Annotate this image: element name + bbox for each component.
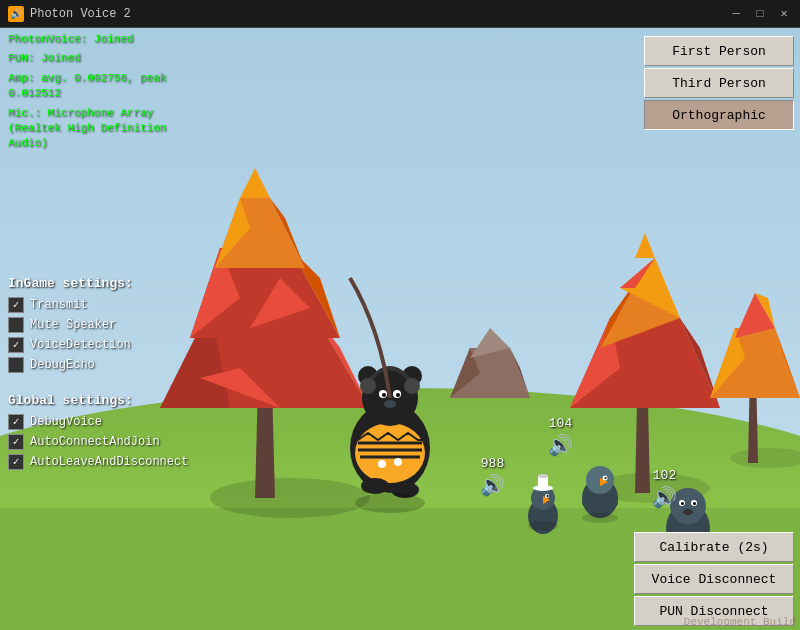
maximize-button[interactable]: □ — [752, 6, 768, 22]
audio-icon-104: 🔊 — [548, 433, 573, 458]
auto-leave-checkbox[interactable]: ✓ — [8, 454, 24, 470]
audio-indicator-988: 988 🔊 — [480, 456, 505, 498]
close-button[interactable]: ✕ — [776, 6, 792, 22]
voice-disconnect-button[interactable]: Voice Disconnect — [634, 564, 794, 594]
svg-point-53 — [361, 478, 389, 494]
svg-point-71 — [602, 498, 618, 508]
svg-point-52 — [404, 378, 420, 394]
svg-point-72 — [355, 493, 425, 513]
debug-voice-checkbox[interactable]: ✓ — [8, 414, 24, 430]
audio-number-102: 102 — [653, 468, 676, 483]
debug-voice-row: ✓ DebugVoice — [8, 414, 192, 430]
auto-connect-row: ✓ AutoConnectAndJoin — [8, 434, 192, 450]
svg-point-74 — [582, 513, 618, 523]
svg-point-69 — [605, 477, 607, 479]
minimize-button[interactable]: ─ — [728, 6, 744, 22]
audio-indicator-104: 104 🔊 — [548, 416, 573, 458]
app-icon: 🔊 — [8, 6, 24, 22]
status-line2: PUN: Joined — [8, 51, 192, 66]
status-line4: Mic.: Microphone Array (Realtek High Def… — [8, 106, 192, 152]
svg-point-61 — [547, 495, 549, 497]
audio-icon-102: 🔊 — [652, 485, 677, 510]
svg-point-42 — [355, 423, 425, 483]
mute-speaker-label: Mute Speaker — [30, 318, 116, 332]
mute-speaker-checkbox[interactable] — [8, 317, 24, 333]
window-title: Photon Voice 2 — [30, 7, 728, 21]
svg-point-48 — [382, 393, 386, 397]
svg-point-82 — [683, 509, 693, 515]
status-line3: Amp: avg. 0.002756, peak 0.012512 — [8, 71, 192, 102]
svg-point-81 — [693, 502, 696, 505]
svg-point-49 — [396, 393, 400, 397]
auto-connect-checkbox[interactable]: ✓ — [8, 434, 24, 450]
svg-point-50 — [384, 400, 396, 408]
third-person-button[interactable]: Third Person — [644, 68, 794, 98]
dev-build-label: Development Build — [680, 614, 800, 630]
orthographic-button[interactable]: Orthographic — [644, 100, 794, 130]
status-line1: PhotonVoice: Joined — [8, 32, 192, 47]
svg-point-79 — [681, 502, 684, 505]
voice-detection-row: ✓ VoiceDetection — [8, 337, 192, 353]
transmit-row: ✓ Transmit — [8, 297, 192, 313]
debug-voice-label: DebugVoice — [30, 415, 102, 429]
auto-leave-label: AutoLeaveAndDisconnect — [30, 455, 160, 469]
svg-point-51 — [360, 378, 376, 394]
svg-point-70 — [582, 498, 598, 508]
global-settings-label: Global settings: — [8, 393, 192, 408]
debug-echo-label: DebugEcho — [30, 358, 95, 372]
in-game-settings-label: InGame settings: — [8, 276, 192, 291]
auto-leave-row: ✓ AutoLeaveAndDisconnect — [8, 454, 192, 470]
audio-number-988: 988 — [481, 456, 504, 471]
svg-point-55 — [378, 460, 386, 468]
view-buttons-panel: First Person Third Person Orthographic — [644, 28, 800, 130]
window-controls: ─ □ ✕ — [728, 6, 792, 22]
debug-echo-checkbox[interactable] — [8, 357, 24, 373]
left-panel: PhotonVoice: Joined PUN: Joined Amp: avg… — [0, 28, 200, 630]
debug-echo-row: DebugEcho — [8, 357, 192, 373]
voice-detection-checkbox[interactable]: ✓ — [8, 337, 24, 353]
svg-point-3 — [210, 478, 370, 518]
main-content: 104 🔊 988 🔊 102 🔊 PhotonVoice: Joined PU… — [0, 28, 800, 630]
audio-number-104: 104 — [549, 416, 572, 431]
first-person-button[interactable]: First Person — [644, 36, 794, 66]
mute-speaker-row: Mute Speaker — [8, 317, 192, 333]
auto-connect-label: AutoConnectAndJoin — [30, 435, 160, 449]
transmit-label: Transmit — [30, 298, 88, 312]
titlebar: 🔊 Photon Voice 2 ─ □ ✕ — [0, 0, 800, 28]
transmit-checkbox[interactable]: ✓ — [8, 297, 24, 313]
app-window: 🔊 Photon Voice 2 ─ □ ✕ — [0, 0, 800, 630]
svg-point-73 — [528, 521, 558, 531]
audio-indicator-102: 102 🔊 — [652, 468, 677, 510]
audio-icon-988: 🔊 — [480, 473, 505, 498]
svg-point-56 — [394, 458, 402, 466]
calibrate-button[interactable]: Calibrate (2s) — [634, 532, 794, 562]
svg-point-64 — [538, 474, 548, 478]
voice-detection-label: VoiceDetection — [30, 338, 131, 352]
